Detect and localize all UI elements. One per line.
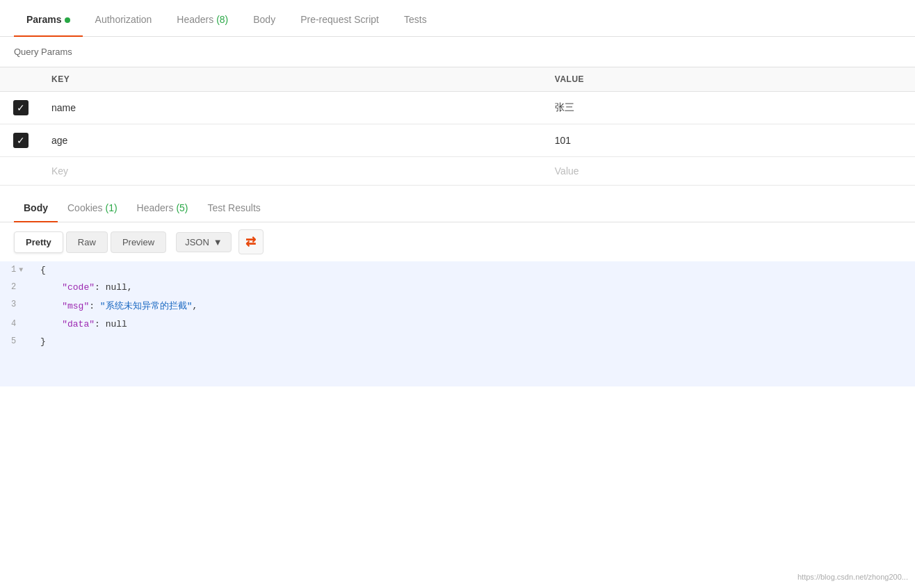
fold-arrow-1[interactable]: ▼ xyxy=(19,266,23,274)
code-content-5: } xyxy=(35,334,51,349)
preview-button[interactable]: Preview xyxy=(111,231,166,253)
row2-value: 101 xyxy=(555,135,571,146)
code-content-1: { xyxy=(35,263,51,277)
row2-checkbox[interactable]: ✓ xyxy=(13,133,29,148)
response-tab-cookies[interactable]: Cookies (1) xyxy=(58,191,127,222)
code-val-null1: null, xyxy=(106,282,133,293)
code-content-3: "msg": "系统未知异常的拦截", xyxy=(35,297,203,314)
row3-value-cell[interactable]: Value xyxy=(545,157,915,186)
tab-tests-label: Tests xyxy=(404,14,427,25)
code-content-4: "data": null xyxy=(35,317,133,332)
line-num-4: 4 xyxy=(0,317,35,331)
tab-tests[interactable]: Tests xyxy=(391,0,439,36)
code-val-null2: null xyxy=(106,319,127,329)
row2-check-cell: ✓ xyxy=(0,124,42,157)
pretty-button[interactable]: Pretty xyxy=(14,231,63,253)
row1-checkmark: ✓ xyxy=(17,103,25,113)
line-num-1: 1 ▼ xyxy=(0,263,35,277)
line-num-2: 2 xyxy=(0,280,35,294)
wrap-button[interactable]: ⇄ xyxy=(238,229,264,254)
row3-key-cell[interactable]: Key xyxy=(42,157,545,186)
tab-body[interactable]: Body xyxy=(241,0,288,36)
row2-value-cell[interactable]: 101 xyxy=(545,124,915,157)
tab-authorization[interactable]: Authorization xyxy=(83,0,165,36)
row1-key-value: name xyxy=(51,102,76,113)
tab-pre-request-label: Pre-request Script xyxy=(300,14,379,25)
response-headers-badge: (5) xyxy=(176,202,188,213)
row1-key-cell[interactable]: name xyxy=(42,92,545,124)
line-num-5: 5 xyxy=(0,334,35,348)
headers-badge: (8) xyxy=(216,14,228,25)
tab-authorization-label: Authorization xyxy=(95,14,152,25)
response-tab-headers-label: Headers xyxy=(137,202,174,213)
table-row: ✓ name 张三 xyxy=(0,92,915,124)
row2-key-value: age xyxy=(51,135,67,146)
tab-headers[interactable]: Headers (8) xyxy=(164,0,241,36)
code-line-4: 4 "data": null xyxy=(0,316,915,333)
request-tab-bar: Params Authorization Headers (8) Body Pr… xyxy=(0,0,915,37)
row3-check-cell xyxy=(0,157,42,186)
tab-params[interactable]: Params xyxy=(14,0,83,36)
table-row: Key Value xyxy=(0,157,915,186)
response-tab-body[interactable]: Body xyxy=(14,191,58,222)
format-bar: Pretty Raw Preview JSON ▼ ⇄ xyxy=(0,222,915,261)
raw-button[interactable]: Raw xyxy=(66,231,108,253)
table-row: ✓ age 101 xyxy=(0,124,915,157)
code-viewer: 1 ▼ { 2 "code": null, 3 "msg": "系统未知异常的拦… xyxy=(0,261,915,386)
response-tab-cookies-label: Cookies xyxy=(67,202,103,213)
code-key-msg: "msg" xyxy=(62,301,89,311)
response-tab-body-label: Body xyxy=(24,202,48,213)
code-line-3: 3 "msg": "系统未知异常的拦截", xyxy=(0,296,915,316)
format-select[interactable]: JSON ▼ xyxy=(176,232,232,252)
row3-key-placeholder: Key xyxy=(51,165,68,177)
response-tab-bar: Body Cookies (1) Headers (5) Test Result… xyxy=(0,191,915,222)
code-line-1: 1 ▼ { xyxy=(0,261,915,279)
col-key-header: KEY xyxy=(42,67,545,92)
cookies-badge: (1) xyxy=(105,202,117,213)
code-line-2: 2 "code": null, xyxy=(0,279,915,296)
code-key-code: "code" xyxy=(62,282,95,293)
col-value-header: VALUE xyxy=(545,67,915,92)
response-tab-test-results[interactable]: Test Results xyxy=(198,191,270,222)
row1-check-cell: ✓ xyxy=(0,92,42,124)
code-content-2: "code": null, xyxy=(35,280,138,295)
row3-value-placeholder: Value xyxy=(555,165,579,177)
params-dot xyxy=(65,17,70,23)
row1-checkbox[interactable]: ✓ xyxy=(13,100,29,115)
code-key-data: "data" xyxy=(62,319,95,329)
response-tab-test-results-label: Test Results xyxy=(208,202,261,213)
row1-value-cell[interactable]: 张三 xyxy=(545,92,915,124)
params-table: KEY VALUE ✓ name 张三 ✓ xyxy=(0,67,915,186)
tab-headers-label: Headers xyxy=(177,14,213,25)
line-num-3: 3 xyxy=(0,297,35,311)
query-params-title: Query Params xyxy=(0,37,915,67)
chevron-down-icon: ▼ xyxy=(213,237,222,247)
row1-value: 张三 xyxy=(555,101,574,113)
code-line-5: 5 } xyxy=(0,333,915,350)
tab-body-label: Body xyxy=(253,14,275,25)
code-val-msg: "系统未知异常的拦截" xyxy=(100,301,193,311)
wrap-icon: ⇄ xyxy=(245,234,256,250)
tab-params-label: Params xyxy=(26,14,62,25)
format-select-label: JSON xyxy=(185,237,209,247)
col-check-header xyxy=(0,67,42,92)
response-tab-headers[interactable]: Headers (5) xyxy=(127,191,198,222)
row2-key-cell[interactable]: age xyxy=(42,124,545,157)
row2-checkmark: ✓ xyxy=(17,136,25,145)
tab-pre-request[interactable]: Pre-request Script xyxy=(288,0,391,36)
